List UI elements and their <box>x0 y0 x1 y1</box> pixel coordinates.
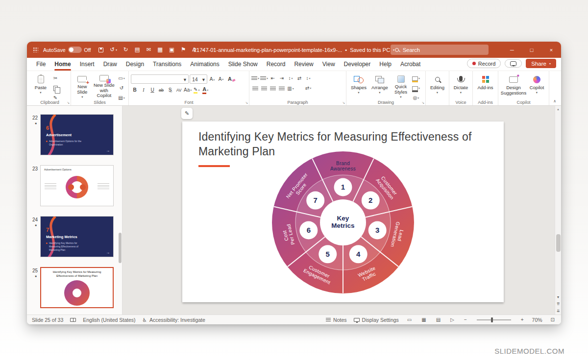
flag-button[interactable]: ⚑ <box>181 47 186 53</box>
paste-button[interactable]: Paste ▾ <box>31 73 50 99</box>
editing-button[interactable]: Editing ▾ <box>428 73 447 99</box>
app-launcher-icon[interactable] <box>33 47 38 52</box>
zoom-in-button[interactable]: + <box>519 317 525 322</box>
font-size-combo[interactable]: 14▾ <box>190 74 207 84</box>
highlight-color-button[interactable]: ✎▾ <box>193 86 200 94</box>
scroll-up-icon[interactable]: ▴ <box>555 107 561 111</box>
save-button[interactable] <box>98 48 103 52</box>
character-spacing-button[interactable]: AV <box>175 86 183 94</box>
tab-review[interactable]: Review <box>290 58 318 71</box>
increase-font-button[interactable]: A▴ <box>208 75 216 83</box>
slide-25-editing-surface[interactable]: Identifying Key Metrics for Measuring Ef… <box>182 121 504 302</box>
zoom-out-button[interactable]: − <box>463 317 468 322</box>
copilot-button[interactable]: Copilot ▾ <box>527 73 547 99</box>
clipboard-dialog-launcher[interactable]: ↘ <box>67 101 70 105</box>
shape-fill-button[interactable]: ▾ <box>412 74 420 82</box>
collapse-ribbon-button[interactable]: ∧ <box>553 99 556 103</box>
columns-button[interactable]: ▥▾ <box>287 85 294 93</box>
shapes-button[interactable]: Shapes ▾ <box>348 73 369 99</box>
slide-24-thumbnail[interactable]: 7 Marketing Metrics Identifying Key Metr… <box>40 216 114 257</box>
clear-formatting-button[interactable]: A <box>226 75 234 83</box>
addins-button[interactable]: Add-ins <box>475 73 496 99</box>
design-suggestions-button[interactable]: Design Suggestions <box>500 73 527 99</box>
minimize-button[interactable]: ─ <box>502 42 522 58</box>
picture-button[interactable]: ▣ <box>169 47 174 53</box>
dictate-button[interactable]: Dictate ▾ <box>451 73 470 99</box>
print-button[interactable]: ▤ <box>135 47 140 53</box>
decrease-indent-button[interactable]: ⇤ <box>269 74 277 82</box>
slide-23-thumbnail[interactable]: Advertisement Options <box>40 165 114 206</box>
thumbnail-scrollbar-thumb[interactable] <box>119 233 122 263</box>
decrease-font-button[interactable]: A▾ <box>217 75 225 83</box>
layout-button[interactable]: ▭▾ <box>118 74 125 82</box>
accessibility-button[interactable]: ♿Accessibility: Investigate <box>143 317 205 323</box>
tab-insert[interactable]: Insert <box>75 58 99 71</box>
tab-acrobat[interactable]: Acrobat <box>396 58 425 71</box>
zoom-slider[interactable] <box>477 319 511 320</box>
autosave-switch-icon[interactable] <box>68 47 82 53</box>
bullets-button[interactable]: ▾ <box>251 74 259 82</box>
font-dialog-launcher[interactable]: ↘ <box>245 101 248 105</box>
close-button[interactable]: × <box>541 42 561 58</box>
align-center-button[interactable] <box>260 85 268 93</box>
align-left-button[interactable] <box>251 85 259 93</box>
tab-developer[interactable]: Developer <box>340 58 375 71</box>
saved-status[interactable]: Saved to this PC <box>350 47 390 53</box>
justify-button[interactable] <box>278 85 286 93</box>
autosave-toggle[interactable]: AutoSave Off <box>43 47 91 53</box>
slideshow-view-button[interactable]: ▷ <box>449 317 456 322</box>
cut-button[interactable]: ✂ <box>51 74 59 82</box>
next-slide-button[interactable]: ⇊ <box>557 309 560 313</box>
proofing-button[interactable] <box>70 318 76 322</box>
previous-slide-button[interactable]: ⇈ <box>557 302 560 306</box>
tab-transitions[interactable]: Transitions <box>148 58 186 71</box>
undo-button[interactable]: ↺▾ <box>110 47 117 53</box>
text-shadow-button[interactable]: S <box>166 86 174 94</box>
design-sparkle-button[interactable]: ✎ <box>181 108 193 119</box>
thumbnail-scrollbar[interactable] <box>119 106 122 315</box>
record-button[interactable]: Record <box>467 59 501 68</box>
reading-view-button[interactable]: ▤ <box>435 317 442 322</box>
copy-button[interactable] <box>51 84 59 92</box>
comments-button[interactable] <box>505 59 522 68</box>
arrange-button[interactable]: Arrange ▾ <box>369 73 391 99</box>
normal-view-button[interactable]: ▭ <box>406 317 413 322</box>
numbering-button[interactable]: ▾ <box>260 74 268 82</box>
line-spacing-button[interactable]: ↕▾ <box>287 74 294 82</box>
new-slide-copilot-button[interactable]: New Slide with Copilot <box>92 73 117 99</box>
maximize-button[interactable]: □ <box>522 42 541 58</box>
display-settings-button[interactable]: Display Settings <box>354 317 399 323</box>
change-case-button[interactable]: Aa▾ <box>184 86 192 94</box>
new-slide-button[interactable]: New Slide ▾ <box>73 73 92 99</box>
zoom-level[interactable]: 70% <box>532 317 542 323</box>
scroll-down-icon[interactable]: ▾ <box>557 295 559 299</box>
tab-design[interactable]: Design <box>122 58 148 71</box>
key-metrics-wheel[interactable]: 1BrandAwareness2CustomerAcquisition3Lead… <box>270 149 416 296</box>
tab-home[interactable]: Home <box>50 58 75 71</box>
fit-slide-button[interactable]: ⊡ <box>549 317 556 322</box>
grid-button[interactable]: ▦ <box>157 47 163 53</box>
redo-button[interactable]: ↻ <box>123 47 128 53</box>
font-name-combo[interactable]: ▾ <box>131 74 189 84</box>
canvas-scrollbar-thumb[interactable] <box>556 234 561 252</box>
tab-record[interactable]: Record <box>262 58 290 71</box>
strikethrough-button[interactable]: ab <box>157 86 165 94</box>
tab-slide-show[interactable]: Slide Show <box>224 58 262 71</box>
search-box[interactable]: Search <box>391 45 489 55</box>
shape-outline-button[interactable]: ▾ <box>412 84 420 92</box>
notes-button[interactable]: Notes <box>326 317 346 323</box>
align-right-button[interactable] <box>269 85 277 93</box>
paragraph-dialog-launcher[interactable]: ↘ <box>342 101 345 105</box>
font-color-button[interactable]: A▾ <box>201 86 209 94</box>
italic-button[interactable]: I <box>140 86 147 94</box>
tab-file[interactable]: File <box>32 58 50 71</box>
quick-styles-button[interactable]: Quick Styles ▾ <box>391 73 411 99</box>
reset-button[interactable]: ↺ <box>118 84 125 92</box>
canvas-scrollbar[interactable]: ▴ ▾ ⇈ ⇊ <box>555 106 561 315</box>
convert-smartart-button[interactable]: ⇄▾ <box>304 84 312 92</box>
tab-animations[interactable]: Animations <box>186 58 223 71</box>
slide-22-thumbnail[interactable]: 6 Advertisement Advertisement Options fo… <box>40 114 114 155</box>
align-text-button[interactable]: ↕▾ <box>304 74 312 82</box>
slide-counter[interactable]: Slide 25 of 33 <box>32 317 63 323</box>
email-button[interactable]: ✉ <box>147 47 151 53</box>
